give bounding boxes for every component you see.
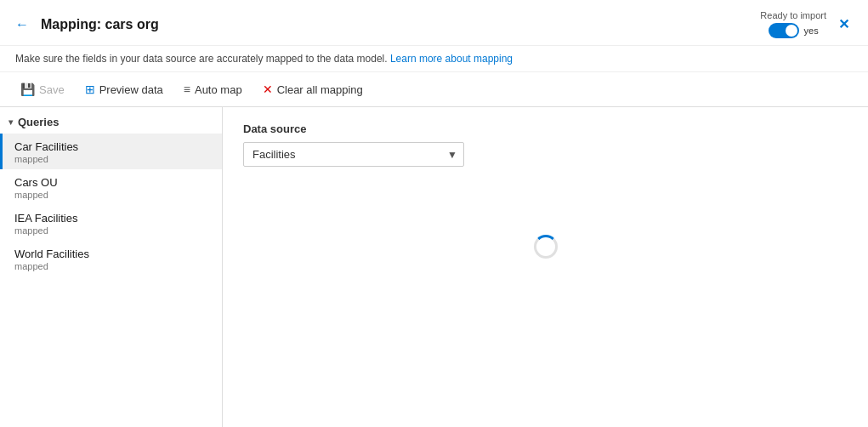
sidebar-item-name: Cars OU [14,176,210,189]
preview-data-label: Preview data [99,83,163,96]
clear-all-button[interactable]: ✕ Clear all mapping [254,79,372,100]
auto-map-label: Auto map [195,83,242,96]
clear-all-label: Clear all mapping [277,83,363,96]
data-source-select-wrapper: Facilities ▼ [243,142,464,167]
toggle-row: yes [769,23,819,38]
sidebar-item-name: Car Facilities [14,140,210,153]
learn-more-link[interactable]: Learn more about mapping [390,53,513,65]
page-title: Mapping: cars org [41,17,159,32]
data-source-label: Data source [243,122,848,135]
toggle-knob [786,25,797,37]
sidebar-item-name: World Facilities [14,248,210,260]
queries-label: Queries [18,116,59,128]
back-button[interactable]: ← [12,16,32,33]
main-layout: ▾ Queries Car Facilities mapped Cars OU … [0,107,868,427]
header-left: ← Mapping: cars org [12,16,159,33]
queries-header[interactable]: ▾ Queries [0,107,222,134]
sidebar-item-status: mapped [14,154,210,164]
sidebar-item-status: mapped [14,261,210,271]
sub-header-text: Make sure the fields in your data source… [15,53,388,65]
save-icon: 💾 [20,83,35,96]
sidebar-item-iea-facilities[interactable]: IEA Facilities mapped [0,205,222,241]
content-area: Data source Facilities ▼ [223,107,868,427]
data-source-select[interactable]: Facilities [243,142,464,167]
ready-to-import-section: Ready to import yes [760,10,826,38]
sidebar-item-car-facilities[interactable]: Car Facilities mapped [0,134,222,169]
sidebar-item-status: mapped [14,190,210,200]
close-button[interactable]: ✕ [835,14,853,34]
save-button[interactable]: 💾 Save [12,79,73,100]
sidebar-item-name: IEA Facilities [14,212,210,225]
sidebar: ▾ Queries Car Facilities mapped Cars OU … [0,107,223,427]
header-right: Ready to import yes ✕ [760,10,853,38]
loading-spinner-container [243,235,848,259]
sidebar-item-status: mapped [14,225,210,236]
toggle-yes-label: yes [804,26,819,36]
preview-icon: ⊞ [85,83,95,96]
auto-map-icon: ≡ [184,83,190,96]
sub-header: Make sure the fields in your data source… [0,46,868,72]
import-toggle[interactable] [769,23,799,38]
clear-icon: ✕ [263,83,273,96]
toolbar: 💾 Save ⊞ Preview data ≡ Auto map ✕ Clear… [0,72,868,107]
sidebar-item-cars-ou[interactable]: Cars OU mapped [0,169,222,205]
sidebar-item-world-facilities[interactable]: World Facilities mapped [0,241,222,276]
chevron-icon: ▾ [9,117,13,127]
auto-map-button[interactable]: ≡ Auto map [175,79,251,100]
loading-spinner [534,235,558,259]
preview-data-button[interactable]: ⊞ Preview data [77,79,172,100]
save-label: Save [39,83,65,96]
ready-to-import-label: Ready to import [760,10,826,20]
header: ← Mapping: cars org Ready to import yes … [0,0,868,46]
